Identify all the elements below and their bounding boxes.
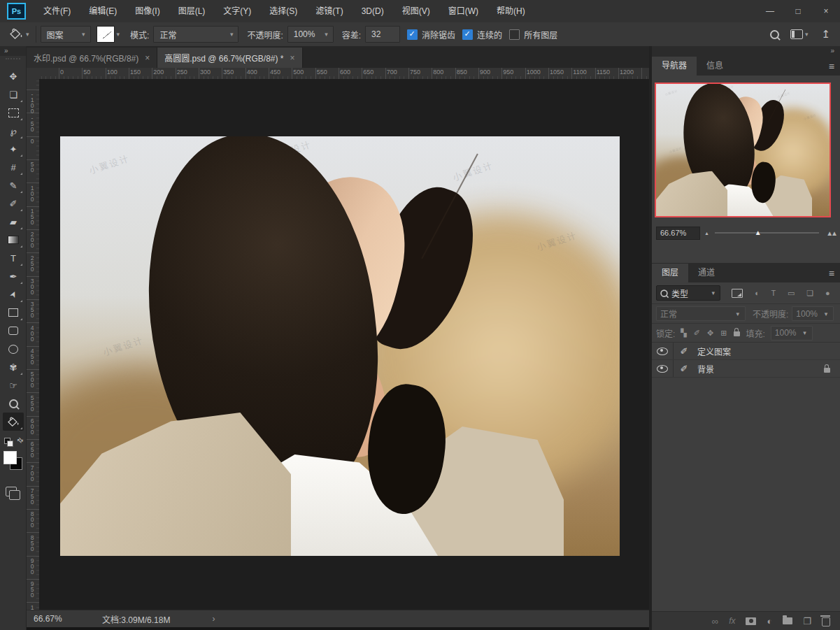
- tolerance-input[interactable]: 32: [365, 26, 400, 43]
- menu-item-9[interactable]: 窗口(W): [439, 0, 487, 22]
- foreground-color-swatch[interactable]: [3, 451, 17, 464]
- navigator-zoom-slider[interactable]: ▲: [715, 232, 819, 234]
- zoom-out-icon[interactable]: ▲: [704, 231, 708, 236]
- hand-tool[interactable]: ☞: [3, 376, 24, 394]
- workspace-switcher[interactable]: ▾: [790, 29, 811, 39]
- lock-transparency-icon[interactable]: ▚: [681, 329, 686, 338]
- pixel-layer-filter-icon[interactable]: [732, 289, 743, 298]
- menu-item-0[interactable]: 文件(F): [34, 0, 80, 22]
- tool-preset-chevron-icon[interactable]: ▾: [26, 31, 29, 38]
- menu-item-1[interactable]: 编辑(E): [80, 0, 126, 22]
- document-tab-watermark[interactable]: 水印.psd @ 66.7%(RGB/8#) ×: [27, 48, 157, 68]
- magic-wand-tool[interactable]: ✦: [3, 140, 24, 158]
- checkbox-icon[interactable]: [509, 29, 520, 40]
- maximize-button[interactable]: □: [784, 0, 812, 22]
- tab-navigator[interactable]: 导航器: [652, 57, 697, 76]
- collapse-tools-button[interactable]: »: [0, 46, 26, 56]
- layer-visibility-toggle[interactable]: [652, 343, 674, 359]
- checkbox-group-1[interactable]: 连续的: [462, 29, 502, 41]
- lock-artboard-icon[interactable]: ⊞: [720, 329, 727, 338]
- zoom-tool[interactable]: [3, 394, 24, 413]
- delete-layer-icon[interactable]: [822, 617, 830, 627]
- pen-tool[interactable]: ✒: [3, 267, 24, 285]
- menu-item-8[interactable]: 视图(V): [393, 0, 439, 22]
- paint-bucket-icon[interactable]: [8, 27, 24, 42]
- add-layer-mask-icon[interactable]: [746, 617, 756, 625]
- new-adjustment-layer-icon[interactable]: ◐: [767, 616, 772, 627]
- menu-item-2[interactable]: 图像(I): [126, 0, 169, 22]
- status-chevron-icon[interactable]: ›: [212, 614, 215, 624]
- layer-visibility-toggle[interactable]: [652, 360, 674, 377]
- tab-channels[interactable]: 通道: [688, 264, 725, 282]
- eyedropper-tool[interactable]: ✎: [3, 176, 24, 194]
- lock-position-icon[interactable]: ✥: [707, 329, 713, 338]
- checkbox-group-2[interactable]: 所有图层: [509, 29, 557, 41]
- shape-layer-filter-icon[interactable]: ▭: [788, 289, 795, 298]
- checkbox-icon[interactable]: [407, 29, 418, 40]
- swap-colors-icon[interactable]: ⇄: [15, 436, 25, 445]
- layer-effects-icon[interactable]: fx: [729, 616, 735, 626]
- rounded-rectangle-tool[interactable]: [3, 322, 24, 340]
- close-icon[interactable]: ×: [145, 53, 150, 63]
- menu-item-7[interactable]: 3D(D): [353, 0, 393, 22]
- type-layer-filter-icon[interactable]: T: [771, 289, 776, 297]
- custom-shape-tool[interactable]: ✾: [3, 358, 24, 376]
- slider-thumb[interactable]: ▲: [755, 229, 762, 236]
- document-tab-gaoyuanyuan[interactable]: 高圆圆.psd @ 66.7%(RGB/8#) * ×: [157, 48, 302, 68]
- tab-info[interactable]: 信息: [697, 57, 733, 76]
- smart-object-filter-icon[interactable]: ❏: [806, 289, 813, 298]
- crop-tool[interactable]: #: [3, 158, 24, 176]
- fill-source-select[interactable]: 图案 ▾: [41, 26, 91, 43]
- tab-layers[interactable]: 图层: [652, 264, 688, 282]
- minimize-button[interactable]: —: [756, 0, 784, 22]
- search-icon[interactable]: [770, 30, 779, 39]
- menu-item-5[interactable]: 选择(S): [260, 0, 306, 22]
- menu-item-6[interactable]: 滤镜(T): [306, 0, 352, 22]
- new-group-icon[interactable]: [783, 617, 792, 624]
- document-canvas[interactable]: 小翼设计小翼设计小翼设计小翼设计小翼设计小翼设计小翼设计小翼设计: [60, 136, 620, 556]
- panel-menu-icon[interactable]: ≡: [829, 264, 834, 282]
- blend-mode-select[interactable]: 正常 ▾: [656, 306, 746, 321]
- lock-paint-icon[interactable]: ✐: [694, 329, 700, 338]
- zoom-in-icon[interactable]: ▲▲: [826, 229, 836, 237]
- eraser-tool[interactable]: ▰: [3, 213, 24, 231]
- panel-menu-icon[interactable]: ≡: [829, 57, 834, 76]
- pattern-picker-chevron-icon[interactable]: ▾: [117, 31, 120, 38]
- lasso-tool[interactable]: ℘: [3, 122, 24, 140]
- opacity-select[interactable]: 100% ▾: [287, 26, 334, 43]
- ellipse-tool[interactable]: [3, 340, 24, 358]
- menu-item-4[interactable]: 文字(Y): [214, 0, 260, 22]
- move-tool[interactable]: ✥: [3, 67, 24, 85]
- artboard-tool[interactable]: ❏: [3, 85, 24, 103]
- checkbox-group-0[interactable]: 消除锯齿: [407, 29, 455, 41]
- rectangle-tool[interactable]: [3, 303, 24, 322]
- close-button[interactable]: ×: [812, 0, 840, 22]
- rectangular-marquee-tool[interactable]: [3, 103, 24, 122]
- link-layers-icon[interactable]: ∞: [712, 616, 718, 627]
- layer-thumbnail-brush-icon[interactable]: ✐: [674, 346, 695, 357]
- ruler-corner[interactable]: [27, 68, 40, 80]
- filter-toggle-pin[interactable]: ●: [825, 289, 830, 297]
- layer-row-background[interactable]: ✐ 背景: [652, 360, 840, 378]
- panel-grip[interactable]: [6, 58, 20, 65]
- layer-opacity-select[interactable]: 100% ▾: [792, 306, 834, 321]
- gradient-tool[interactable]: [3, 231, 24, 249]
- collapse-panels-button[interactable]: »: [652, 46, 840, 56]
- navigator-preview[interactable]: 小翼设计小翼设计小翼设计小翼设计小翼设计小翼设计小翼设计小翼设计: [655, 83, 831, 217]
- share-icon[interactable]: ↥: [821, 28, 830, 41]
- menu-item-10[interactable]: 帮助(H): [487, 0, 534, 22]
- checkbox-icon[interactable]: [462, 29, 473, 40]
- new-layer-icon[interactable]: ❐: [803, 616, 811, 627]
- close-icon[interactable]: ×: [290, 53, 295, 63]
- layer-thumbnail-brush-icon[interactable]: ✐: [674, 364, 695, 374]
- paint-bucket-tool[interactable]: [3, 413, 24, 431]
- fill-select[interactable]: 100% ▾: [771, 326, 813, 341]
- menu-item-3[interactable]: 图层(L): [169, 0, 215, 22]
- screen-mode-icon[interactable]: [6, 487, 17, 496]
- lock-all-icon[interactable]: [734, 331, 740, 336]
- brush-tool[interactable]: ✐: [3, 194, 24, 213]
- adjustment-layer-filter-icon[interactable]: ◐: [755, 289, 760, 297]
- layer-filter-type-select[interactable]: 类型 ▾: [656, 285, 720, 301]
- type-tool[interactable]: T: [3, 249, 24, 267]
- pattern-swatch[interactable]: [97, 26, 115, 43]
